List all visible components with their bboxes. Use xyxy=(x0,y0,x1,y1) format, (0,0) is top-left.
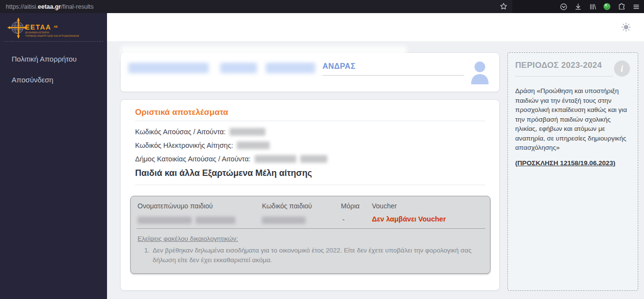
library-icon[interactable] xyxy=(588,2,597,11)
col-header-voucher: Voucher xyxy=(372,202,397,210)
puzzle-extension-icon[interactable] xyxy=(617,2,626,11)
sidebar-divider xyxy=(4,41,103,42)
sidebar: ΕΕΤΑΑ ΑΕ ΕΛΛΗΝΙΚΗ ΕΤΑΙΡΙΑ ΤΟΠΙΚΗΣ ΑΝΑΠΤΥ… xyxy=(0,13,107,299)
sidebar-item-logout[interactable]: Αποσύνδεση xyxy=(12,76,53,84)
redacted-child-name xyxy=(138,217,192,224)
theme-sun-icon[interactable] xyxy=(621,22,631,34)
url-scheme: https://aitisi. xyxy=(6,3,38,10)
logo-subtitle-1: ΕΛΛΗΝΙΚΗ ΕΤΑΙΡΙΑ xyxy=(25,31,49,34)
col-header-child-name: Ονοματεπώνυμο παιδιού xyxy=(138,202,213,210)
deficiency-item: 1. Δεν βρέθηκαν δηλωμένα εισοδήματα για … xyxy=(144,246,484,265)
redacted-applicant-name-2 xyxy=(220,63,257,73)
deficiencies-title: Ελείψεις φακέλου δικαιολογητικών: xyxy=(138,235,238,242)
results-title: Οριστικά αποτελέσματα xyxy=(135,108,228,117)
browser-toolbar: https://aitisi.eetaa.gr/final-results xyxy=(0,0,644,13)
bookmark-star-icon[interactable] xyxy=(500,2,507,12)
screen: https://aitisi.eetaa.gr/final-results xyxy=(0,0,644,299)
redacted-municipality xyxy=(255,155,296,163)
profile-card: ΑΝΔΡΑΣ xyxy=(120,52,500,92)
period-divider xyxy=(515,76,613,77)
logo-brand-text: ΕΕΤΑΑ xyxy=(25,23,51,31)
field-municipality: Δήμος Κατοικίας Αιτούσας / Αιτούντα: xyxy=(135,155,327,163)
pocket-icon[interactable] xyxy=(559,2,567,11)
period-title: ΠΕΡΙΟΔΟΣ 2023-2024 xyxy=(515,61,630,70)
info-icon[interactable]: i xyxy=(614,61,630,77)
prosklisi-link[interactable]: (ΠΡΟΣΚΛΗΣΗ 12158/19.06.2023) xyxy=(515,159,615,167)
applicant-gender: ΑΝΔΡΑΣ xyxy=(322,62,355,71)
url-bar[interactable]: https://aitisi.eetaa.gr/final-results xyxy=(0,0,512,13)
field-label: Δήμος Κατοικίας Αιτούσας / Αιτούντα: xyxy=(135,155,251,163)
period-panel: ΠΕΡΙΟΔΟΣ 2023-2024 i Δράση «Προώθηση και… xyxy=(507,52,638,291)
url-path: /final-results xyxy=(61,3,93,10)
field-label: Κωδικός Ηλεκτρονικής Αίτησης: xyxy=(135,142,233,149)
points-value: - xyxy=(342,216,345,223)
col-header-child-code: Κωδικός παιδιού xyxy=(262,202,312,210)
field-label: Κωδικός Αιτούσας / Αιτούντα: xyxy=(135,128,226,136)
sidebar-item-privacy-policy[interactable]: Πολιτική Απορρήτου xyxy=(12,55,77,63)
results-card: Οριστικά αποτελέσματα Κωδικός Αιτούσας /… xyxy=(120,99,500,291)
children-table: Ονοματεπώνυμο παιδιού Κωδικός παιδιού Μό… xyxy=(130,196,491,274)
logo-brand-suffix: ΑΕ xyxy=(54,25,58,28)
voucher-status: Δεν λαμβάνει Voucher xyxy=(372,215,446,223)
redacted-application-code xyxy=(237,142,270,149)
redacted-applicant-name-3 xyxy=(266,63,315,73)
results-divider xyxy=(135,121,486,121)
redacted-child-code xyxy=(262,217,306,224)
redacted-child-name-2 xyxy=(196,217,235,224)
menu-icon[interactable] xyxy=(632,2,640,11)
redacted-applicant-name xyxy=(128,63,209,73)
user-avatar-icon xyxy=(470,61,490,86)
period-description: Δράση «Προώθηση και υποστήριξη παιδιών γ… xyxy=(515,86,633,153)
field-application-code: Κωδικός Ηλεκτρονικής Αίτησης: xyxy=(135,141,270,150)
eetaa-logo: ΕΕΤΑΑ ΑΕ ΕΛΛΗΝΙΚΗ ΕΤΑΙΡΙΑ ΤΟΠΙΚΗΣ ΑΝΑΠΤΥ… xyxy=(7,17,96,42)
profile-underline xyxy=(322,75,464,76)
col-header-points: Μόρια xyxy=(341,202,360,210)
children-section-heading: Παιδιά και άλλα Εξαρτώμενα Μέλη αίτησης xyxy=(135,168,312,178)
redacted-municipality-2 xyxy=(300,155,327,163)
deficiency-number: 1. xyxy=(144,246,150,265)
children-divider xyxy=(135,185,486,185)
table-row-divider xyxy=(137,228,485,229)
deficiency-text: Δεν βρέθηκαν δηλωμένα εισοδήματα για το … xyxy=(153,246,484,265)
download-icon[interactable] xyxy=(574,2,582,11)
redacted-applicant-code xyxy=(230,128,265,136)
browser-actions xyxy=(559,0,640,13)
url-domain: eetaa.gr xyxy=(38,3,61,10)
logo-subtitle-2: ΤΟΠΙΚΗΣ ΑΝΑΠΤΥΞΗΣ ΚΑΙ ΑΥΤΟΔΙΟΙΚΗΣΗΣ xyxy=(25,34,79,37)
field-applicant-code: Κωδικός Αιτούσας / Αιτούντα: xyxy=(135,127,265,136)
adblock-extension-icon[interactable] xyxy=(603,2,611,11)
page-header xyxy=(107,13,644,41)
